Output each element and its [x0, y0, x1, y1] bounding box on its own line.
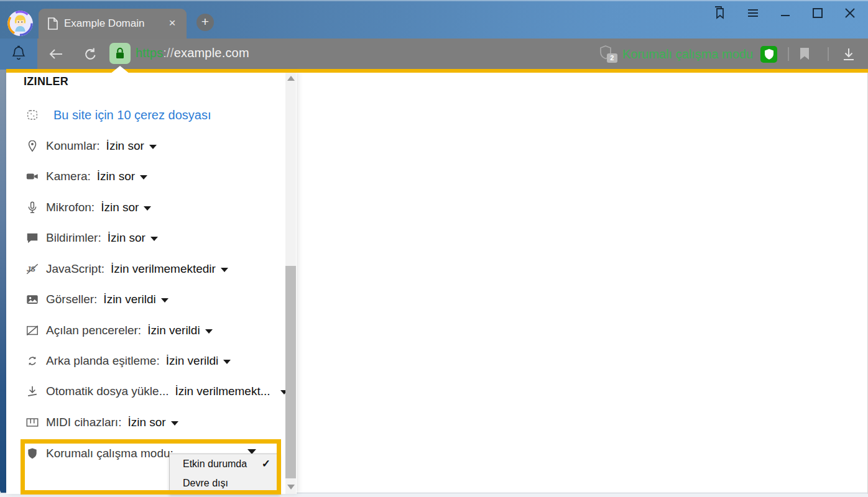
permission-value[interactable]: İzin sor [101, 201, 139, 214]
permission-value[interactable]: İzin verilmemektedir [111, 262, 216, 276]
permissions-panel: IZINLER Bu site için 10 çerez dosyası Ko… [6, 71, 297, 494]
permission-value[interactable]: İzin sor [106, 139, 144, 153]
permission-label: Görseller: [46, 293, 97, 306]
back-icon[interactable] [48, 47, 64, 62]
notification-icon [25, 231, 40, 245]
dropdown-caret-icon[interactable] [161, 298, 169, 303]
permission-row: Bildirimler:İzin sor [25, 229, 158, 247]
tab-close-icon[interactable]: × [165, 16, 179, 30]
tracker-count-badge: 2 [607, 53, 617, 63]
permission-row: Otomatik dosya yükle...İzin verilmemekt.… [25, 382, 288, 401]
toolbar-divider [828, 47, 829, 61]
permission-label: Korumalı çalışma modu: [46, 447, 173, 460]
dropdown-caret-icon[interactable] [149, 145, 157, 149]
permission-label: Konumlar: [46, 139, 100, 153]
permission-row: Korumalı çalışma modu: [25, 444, 173, 463]
dropdown-caret-icon[interactable] [205, 329, 213, 334]
menu-icon[interactable] [746, 6, 760, 20]
permission-row: Arka planda eşitleme:İzin verildi [25, 352, 231, 370]
page-icon [47, 17, 58, 30]
url-host: example.com [174, 46, 249, 60]
dropdown-option-enabled[interactable]: Etkin durumda ✓ [170, 454, 279, 473]
permission-row: Mikrofon:İzin sor [25, 198, 151, 217]
check-icon: ✓ [262, 454, 270, 473]
dropdown-caret-icon[interactable] [171, 421, 178, 426]
permission-value[interactable]: İzin sor [97, 170, 135, 183]
maximize-icon[interactable] [811, 6, 824, 20]
microphone-icon [25, 201, 40, 214]
autodownload-icon [25, 385, 40, 398]
notifications-bell-icon[interactable] [10, 45, 27, 63]
bookmarks-icon[interactable] [711, 5, 727, 21]
popup-icon [25, 324, 40, 337]
camera-icon [25, 170, 40, 183]
midi-icon [25, 416, 40, 429]
site-security-lock-icon[interactable] [109, 43, 131, 64]
permission-value[interactable]: İzin verildi [103, 293, 155, 306]
permission-label: Arka planda eşitleme: [46, 354, 160, 368]
image-icon [25, 293, 40, 306]
dropdown-caret-icon[interactable] [144, 206, 151, 211]
location-icon [25, 139, 40, 153]
shield-icon [25, 447, 40, 460]
url-separator: :// [163, 46, 173, 60]
sidebar-strip [0, 39, 37, 70]
address-toolbar: https://example.com 2 Korumalı çalışma m… [0, 39, 868, 70]
svg-text:JS: JS [27, 265, 35, 273]
reload-icon[interactable] [83, 47, 98, 62]
cookie-icon [25, 108, 40, 122]
permission-value[interactable]: İzin verilmemekt... [175, 385, 270, 398]
url-protocol: https [136, 46, 163, 60]
permission-value[interactable]: İzin sor [127, 416, 165, 429]
permission-label: Mikrofon: [46, 201, 95, 214]
scroll-up-icon[interactable] [287, 76, 295, 81]
permission-row: Kamera:İzin sor [25, 167, 147, 186]
profile-avatar[interactable] [7, 11, 33, 36]
dropdown-caret-icon[interactable] [221, 268, 228, 272]
protected-mode-dropdown: Etkin durumda ✓ Devre dışı [169, 454, 280, 495]
protection-shield-button[interactable] [760, 46, 777, 63]
tracker-shield-icon[interactable]: 2 [599, 45, 615, 63]
address-url[interactable]: https://example.com [136, 46, 249, 60]
permission-label: JavaScript: [46, 262, 104, 276]
permission-row: Konumlar:İzin sor [25, 137, 157, 155]
toolbar-divider [788, 47, 789, 61]
tab-bar: Example Domain × + [0, 0, 868, 39]
downloads-icon[interactable] [841, 47, 857, 62]
javascript-icon: JS [25, 262, 40, 276]
permission-row: Açılan pencereler:İzin verildi [25, 321, 213, 340]
dropdown-caret-icon[interactable] [140, 175, 147, 180]
protected-mode-label: Korumalı çalışma modu [622, 47, 753, 62]
permission-row: Görseller:İzin verildi [25, 290, 169, 309]
panel-scrollbar[interactable] [285, 71, 296, 494]
window-edge [0, 70, 6, 494]
permission-row: JSJavaScript:İzin verilmemektedir [25, 260, 228, 278]
permission-value[interactable]: İzin verildi [166, 354, 218, 368]
panel-anchor-arrow [110, 66, 130, 74]
permission-row: MIDI cihazları:İzin sor [25, 413, 178, 432]
panel-title: IZINLER [24, 75, 68, 88]
bookmark-flag-icon[interactable] [798, 47, 811, 62]
permission-value[interactable]: İzin verildi [147, 324, 200, 337]
dropdown-option-disabled[interactable]: Devre dışı [170, 473, 279, 493]
tab-title: Example Domain [64, 17, 144, 30]
new-tab-button[interactable]: + [196, 14, 214, 31]
browser-tab[interactable]: Example Domain × [39, 9, 187, 39]
close-icon[interactable] [843, 6, 857, 20]
highlight-underline [6, 69, 868, 73]
scrollbar-thumb[interactable] [285, 266, 296, 478]
cookies-link-row[interactable]: Bu site için 10 çerez dosyası [25, 106, 211, 124]
permission-label: Açılan pencereler: [46, 324, 141, 337]
permission-label: Kamera: [46, 170, 91, 183]
permission-label: Bildirimler: [46, 231, 101, 245]
dropdown-caret-icon[interactable] [223, 360, 231, 364]
permission-label: MIDI cihazları: [46, 416, 121, 429]
dropdown-caret-icon[interactable] [150, 237, 158, 241]
minimize-icon[interactable] [778, 6, 792, 20]
scroll-down-icon[interactable] [287, 485, 295, 490]
cookies-link[interactable]: Bu site için 10 çerez dosyası [53, 108, 211, 122]
sync-icon [25, 354, 40, 368]
browser-window: Example Domain × + [0, 0, 868, 497]
permission-label: Otomatik dosya yükle... [46, 385, 169, 398]
permission-value[interactable]: İzin sor [108, 231, 145, 245]
